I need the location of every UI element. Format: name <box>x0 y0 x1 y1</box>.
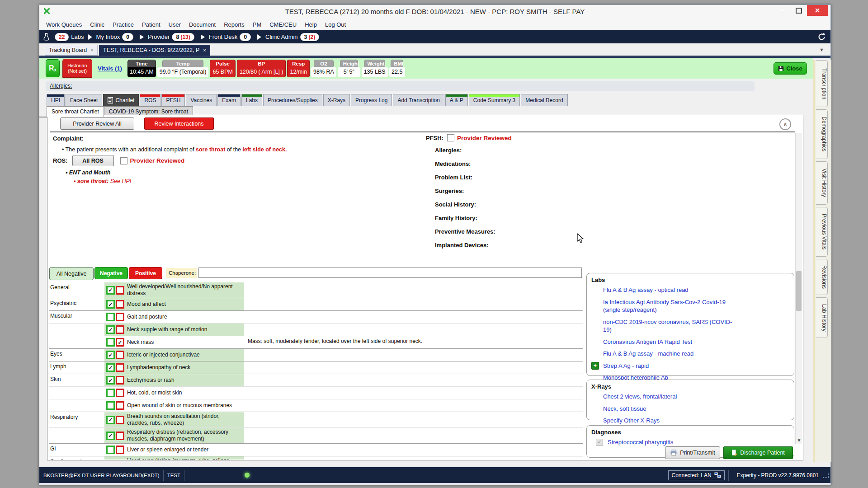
exam-comment-cell[interactable] <box>244 349 583 361</box>
exam-comment-cell[interactable] <box>244 298 583 310</box>
exam-comment-cell[interactable] <box>244 282 583 298</box>
chart-tab[interactable]: Labs <box>241 94 262 106</box>
negative-button[interactable]: Negative <box>94 267 128 279</box>
diagnosis-checkbox[interactable]: ✓ <box>596 439 603 446</box>
exam-comment-cell[interactable]: Mass: soft, moderately tender, located o… <box>244 336 583 348</box>
exam-finding-cell[interactable]: ✓ ✓ Icteric or injected conjunctivae <box>104 349 244 361</box>
menu-item[interactable]: Patient <box>138 21 164 28</box>
chart-tab[interactable]: HPI <box>47 94 65 106</box>
vital-column[interactable]: Weight 135 LBS <box>362 60 388 77</box>
exam-comment-cell[interactable] <box>244 412 583 427</box>
queue-label[interactable]: Clinic Admin <box>265 33 298 40</box>
all-ros-button[interactable]: All ROS <box>72 155 114 166</box>
negative-checkbox[interactable]: ✓ <box>106 286 115 295</box>
negative-checkbox[interactable]: ✓ <box>106 338 115 347</box>
queue-item[interactable]: Front Desk 0 <box>197 33 253 41</box>
maximize-button[interactable] <box>791 5 807 16</box>
tab-patient-chart[interactable]: TEST, REBECCA - DOS: 9/22/2022, P× <box>99 45 210 56</box>
collapse-panel-button[interactable]: ∧ <box>779 118 791 130</box>
exam-finding-cell[interactable]: ✓ ✓ Breath sounds on auscultation (strid… <box>104 412 244 427</box>
scrollbar-thumb[interactable] <box>796 271 802 311</box>
right-vertical-tab[interactable]: Lab History <box>816 297 828 338</box>
chart-tab[interactable]: X-Rays <box>323 94 350 106</box>
menu-item[interactable]: Document <box>185 21 220 28</box>
menu-item[interactable]: Reports <box>220 21 249 28</box>
exam-finding-cell[interactable]: ✓ ✓ Neck supple with range of motion <box>104 324 244 336</box>
close-tab-icon[interactable]: × <box>203 47 206 53</box>
pfsh-section-label[interactable]: Allergies: <box>435 147 512 154</box>
discharge-patient-button[interactable]: Discharge Patient <box>723 446 793 459</box>
exam-comment-cell[interactable] <box>244 456 583 460</box>
scrollbar[interactable]: ▼ <box>795 133 802 444</box>
lab-order-link[interactable]: non-CDC 2019-ncov coronavirus, SARS (COV… <box>603 318 734 334</box>
negative-checkbox[interactable]: ✓ <box>106 363 115 372</box>
right-vertical-tab[interactable]: Visit History <box>816 161 828 205</box>
menu-item[interactable]: User <box>165 21 185 28</box>
right-vertical-tab[interactable]: Revisions <box>816 259 828 295</box>
exam-finding-cell[interactable]: ✓ ✓ Well developed/Well nourished/No app… <box>104 282 244 298</box>
refresh-icon[interactable] <box>817 33 826 43</box>
lab-order-link[interactable]: Flu A & B Ag assay - optical read <box>603 286 689 294</box>
negative-checkbox[interactable]: ✓ <box>106 376 115 385</box>
positive-checkbox[interactable]: ✓ <box>116 376 124 385</box>
positive-checkbox[interactable]: ✓ <box>116 325 124 334</box>
plus-icon[interactable]: + <box>591 362 599 370</box>
pfsh-section-label[interactable]: Family History: <box>435 215 512 221</box>
exam-finding-cell[interactable]: ✓ ✓ Neck mass <box>104 336 244 348</box>
exam-finding-cell[interactable]: ✓ ✓ Lymphadenopathy of neck <box>104 361 244 374</box>
queue-label[interactable]: Front Desk <box>209 33 238 40</box>
xray-order-link[interactable]: Neck, soft tissue <box>603 405 646 413</box>
queue-item[interactable]: Clinic Admin 3 (2) <box>253 33 321 41</box>
exam-finding-cell[interactable]: ✓ ✓ Mood and affect <box>104 298 244 310</box>
queue-item[interactable]: Provider 8 (13) <box>136 33 197 41</box>
lab-order-link[interactable]: Strep A Ag - rapid <box>603 362 649 370</box>
ros-provider-reviewed-checkbox[interactable] <box>120 157 127 164</box>
vital-column[interactable]: Pulse 65 BPM <box>210 60 235 77</box>
review-interactions-button[interactable]: Review Interactions <box>144 117 214 130</box>
chart-tab[interactable]: Add Transcription <box>393 94 444 106</box>
menu-item[interactable]: PM <box>249 21 266 28</box>
tab-tracking-board[interactable]: Tracking Board× <box>45 45 98 56</box>
provider-review-all-button[interactable]: Provider Review All <box>60 117 134 130</box>
close-chart-button[interactable]: Close <box>774 62 807 75</box>
positive-checkbox[interactable]: ✓ <box>116 446 124 454</box>
lab-order-link[interactable]: Coronavirus Antigen IA Rapid Test <box>603 338 692 346</box>
exam-comment-cell[interactable] <box>244 361 583 374</box>
pfsh-section-label[interactable]: Surgeries: <box>435 188 512 194</box>
queue-label[interactable]: My Inbox <box>96 33 120 40</box>
positive-checkbox[interactable]: ✓ <box>116 338 124 347</box>
historian-button[interactable]: Historian (Not set) <box>62 59 92 78</box>
negative-checkbox[interactable]: ✓ <box>106 416 115 424</box>
lab-order-link[interactable]: Ia Infectious Agt Antibody Sars-Cov-2 Co… <box>603 298 734 314</box>
chart-tab[interactable]: ROS <box>140 94 160 106</box>
exam-comment-cell[interactable] <box>244 324 583 336</box>
chart-tab[interactable]: Code Summary 3 <box>469 94 520 106</box>
negative-checkbox[interactable]: ✓ <box>106 300 115 309</box>
vital-column[interactable]: BP 120/80 ( Arm [L] ) <box>237 60 286 77</box>
positive-button[interactable]: Positive <box>129 267 162 279</box>
negative-checkbox[interactable]: ✓ <box>106 446 115 454</box>
pfsh-section-label[interactable]: Preventive Measures: <box>435 228 512 235</box>
subtab-sore-throat-chartlet[interactable]: Sore throat Chartlet <box>47 106 104 117</box>
exam-finding-cell[interactable]: ✓ ✓ Respiratory distress (retraction, ac… <box>104 428 244 443</box>
vital-column[interactable]: Resp 12/min <box>287 60 310 77</box>
vital-column[interactable]: BMI 22.5 <box>389 60 405 77</box>
pfsh-section-label[interactable]: Problem List: <box>435 174 512 181</box>
chart-tab[interactable]: Exam <box>217 94 241 106</box>
exam-comment-cell[interactable] <box>244 311 583 323</box>
exam-finding-cell[interactable]: ✓ ✓ Ecchymosis or rash <box>104 374 244 386</box>
positive-checkbox[interactable]: ✓ <box>116 300 124 309</box>
chevron-down-icon[interactable]: ▼ <box>819 47 824 52</box>
right-vertical-tab[interactable]: Demographics <box>816 109 828 159</box>
all-negative-button[interactable]: All Negative <box>49 267 94 280</box>
exam-finding-cell[interactable]: ✓ ✓ Gait and posture <box>104 311 244 323</box>
pfsh-provider-reviewed-checkbox[interactable] <box>447 134 454 141</box>
menu-item[interactable]: Practice <box>108 21 138 28</box>
menu-item[interactable]: Work Queues <box>42 21 86 28</box>
negative-checkbox[interactable]: ✓ <box>106 351 115 359</box>
negative-checkbox[interactable]: ✓ <box>106 325 115 334</box>
positive-checkbox[interactable]: ✓ <box>116 416 124 424</box>
vital-column[interactable]: Time 10:45 AM <box>127 60 156 77</box>
xray-order-link[interactable]: Chest 2 views, frontal/lateral <box>603 393 677 401</box>
pfsh-section-label[interactable]: Social History: <box>435 201 512 208</box>
